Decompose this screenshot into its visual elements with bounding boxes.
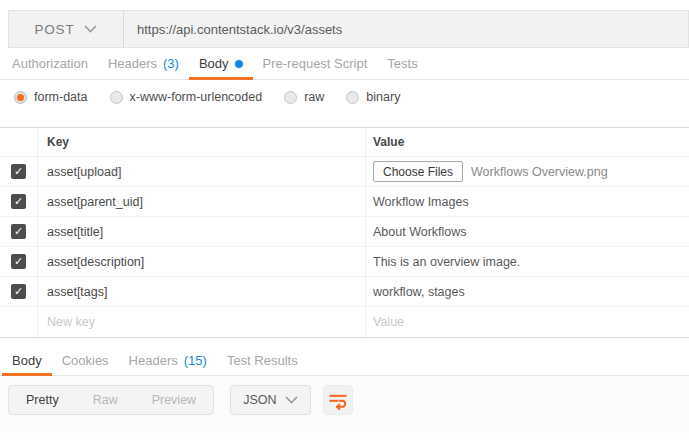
headers-count-badge: (3)	[163, 56, 179, 71]
word-wrap-icon	[328, 390, 348, 410]
key-cell[interactable]: asset[upload]	[38, 157, 366, 186]
http-method-dropdown[interactable]: POST	[9, 11, 124, 47]
radio-form-data[interactable]: form-data	[14, 90, 88, 104]
column-header-value: Value	[366, 128, 689, 156]
key-cell[interactable]: asset[title]	[38, 217, 366, 246]
response-tab-body[interactable]: Body	[2, 346, 52, 375]
response-toolbar: Pretty Raw Preview JSON	[0, 376, 689, 433]
new-entry-row: New key Value	[0, 307, 689, 337]
row-checkbox-checked[interactable]	[11, 254, 26, 269]
response-tabs: Body Cookies Headers (15) Test Results	[0, 346, 689, 376]
tab-body[interactable]: Body	[189, 48, 253, 79]
radio-icon	[14, 91, 27, 104]
row-checkbox-checked[interactable]	[11, 194, 26, 209]
url-input[interactable]: https://api.contentstack.io/v3/assets	[124, 11, 688, 47]
new-key-input[interactable]: New key	[38, 307, 366, 337]
key-cell[interactable]: asset[description]	[38, 247, 366, 276]
table-row: asset[tags] workflow, stages	[0, 277, 689, 307]
table-row: asset[upload] Choose Files Workflows Ove…	[0, 157, 689, 187]
value-cell[interactable]: Workflow Images	[366, 187, 689, 216]
key-cell[interactable]: asset[tags]	[38, 277, 366, 306]
radio-raw[interactable]: raw	[284, 90, 324, 104]
table-header-row: Key Value	[0, 128, 689, 157]
tab-tests[interactable]: Tests	[377, 48, 427, 79]
view-preview-button[interactable]: Preview	[135, 386, 213, 414]
view-pretty-button[interactable]: Pretty	[9, 386, 76, 414]
tab-headers[interactable]: Headers (3)	[98, 48, 189, 79]
response-view-switcher: Pretty Raw Preview	[8, 385, 214, 415]
radio-icon	[110, 91, 123, 104]
view-raw-button[interactable]: Raw	[76, 386, 135, 414]
tab-pre-request-script[interactable]: Pre-request Script	[253, 48, 378, 79]
response-tab-test-results[interactable]: Test Results	[217, 346, 308, 375]
radio-x-www-form-urlencoded[interactable]: x-www-form-urlencoded	[110, 90, 263, 104]
column-header-key: Key	[38, 128, 366, 156]
request-tabs: Authorization Headers (3) Body Pre-reque…	[0, 48, 689, 80]
response-tab-headers[interactable]: Headers (15)	[119, 346, 217, 375]
body-type-selector: form-data x-www-form-urlencoded raw bina…	[0, 80, 689, 114]
table-row: asset[description] This is an overview i…	[0, 247, 689, 277]
new-value-input[interactable]: Value	[366, 307, 689, 337]
table-row: asset[title] About Workflows	[0, 217, 689, 247]
radio-icon	[284, 91, 297, 104]
choose-files-button[interactable]: Choose Files	[373, 161, 463, 182]
selected-file-name: Workflows Overview.png	[471, 165, 608, 179]
response-format-dropdown[interactable]: JSON	[230, 385, 311, 415]
form-data-table: Key Value asset[upload] Choose Files Wor…	[0, 127, 689, 338]
table-row: asset[parent_uid] Workflow Images	[0, 187, 689, 217]
key-cell[interactable]: asset[parent_uid]	[38, 187, 366, 216]
chevron-down-icon	[285, 396, 298, 404]
value-cell[interactable]: workflow, stages	[366, 277, 689, 306]
row-checkbox-checked[interactable]	[11, 224, 26, 239]
value-cell[interactable]: About Workflows	[366, 217, 689, 246]
value-cell[interactable]: Choose Files Workflows Overview.png	[366, 157, 689, 186]
http-method-label: POST	[35, 22, 75, 37]
row-checkbox-checked[interactable]	[11, 164, 26, 179]
radio-binary[interactable]: binary	[346, 90, 400, 104]
radio-icon	[346, 91, 359, 104]
response-tab-cookies[interactable]: Cookies	[52, 346, 119, 375]
response-headers-count-badge: (15)	[184, 353, 207, 368]
tab-authorization[interactable]: Authorization	[2, 48, 98, 79]
row-checkbox-checked[interactable]	[11, 284, 26, 299]
value-cell[interactable]: This is an overview image.	[366, 247, 689, 276]
request-url-bar: POST https://api.contentstack.io/v3/asse…	[8, 10, 689, 48]
unsaved-changes-dot	[235, 60, 243, 68]
word-wrap-button[interactable]	[323, 385, 353, 415]
chevron-down-icon	[84, 25, 97, 33]
